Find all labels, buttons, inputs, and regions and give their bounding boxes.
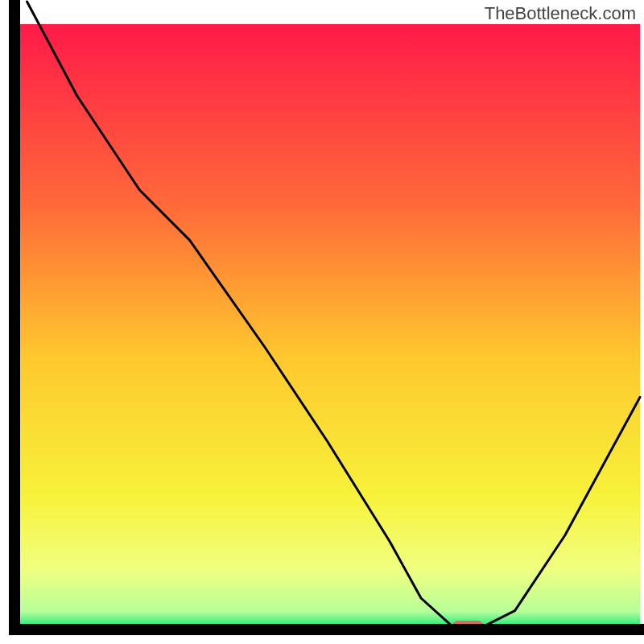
chart-plot <box>0 0 644 644</box>
gradient-background <box>14 24 640 630</box>
bottleneck-chart: TheBottleneck.com <box>0 0 644 644</box>
watermark-text: TheBottleneck.com <box>485 3 636 24</box>
